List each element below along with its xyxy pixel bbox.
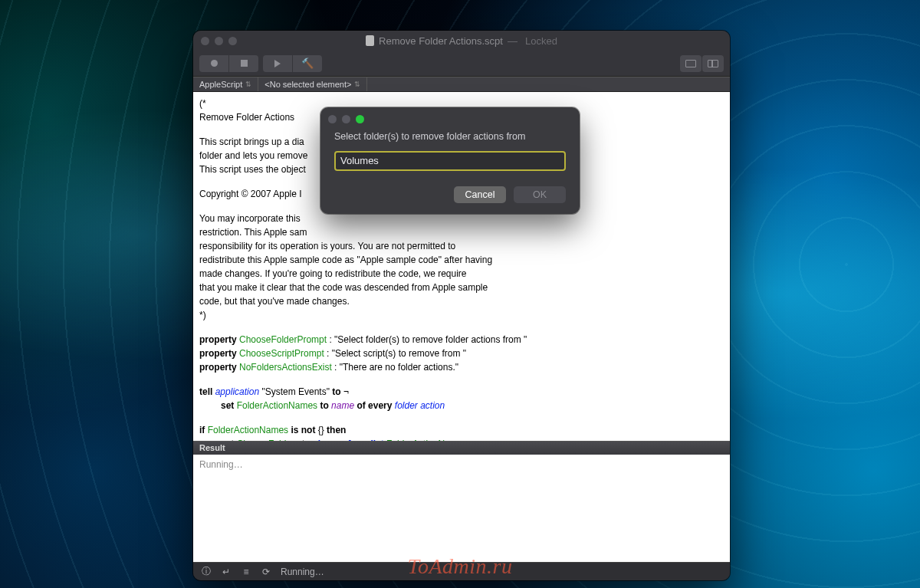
compile-button[interactable]: 🔨 [293, 55, 322, 72]
view-pane-button[interactable] [680, 55, 702, 72]
list-item[interactable]: Volumes [340, 155, 560, 166]
dialog-prompt: Select folder(s) to remove folder action… [334, 131, 566, 142]
window-title: Remove Folder Actions.scpt — Locked [193, 35, 730, 47]
dialog-list[interactable]: Volumes [334, 151, 566, 171]
code-line: property NoFoldersActionsExist : "There … [199, 360, 724, 374]
code-line: responsibility for its operation is your… [199, 239, 724, 253]
language-selector[interactable]: AppleScript ⇅ [193, 77, 258, 91]
chevron-updown-icon: ⇅ [354, 80, 360, 88]
code-line: that you make it clear that the code was… [199, 281, 724, 294]
code-line: restriction. This Apple sam [199, 225, 724, 239]
choose-from-list-dialog: Select folder(s) to remove folder action… [320, 107, 580, 214]
status-bar: ⓘ ↵ ≡ ⟳ Running… [193, 562, 730, 580]
cancel-button[interactable]: Cancel [454, 186, 506, 203]
log-icon[interactable]: ≡ [241, 567, 251, 577]
document-icon [366, 35, 374, 46]
close-icon[interactable] [328, 115, 337, 123]
code-line: property ChooseScriptPrompt : "Select sc… [199, 347, 724, 360]
zoom-icon[interactable] [228, 37, 237, 45]
record-button[interactable] [199, 55, 228, 72]
status-text: Running… [281, 567, 324, 577]
element-label: <No selected element> [264, 80, 351, 89]
ok-button[interactable]: OK [514, 186, 566, 203]
traffic-lights [201, 37, 237, 45]
code-line: tell application "System Events" to ¬ [199, 385, 724, 399]
titlebar[interactable]: Remove Folder Actions.scpt — Locked [193, 31, 730, 51]
code-line: *) [199, 308, 724, 322]
code-line: set FolderActionNames to name of every f… [199, 399, 724, 412]
result-area[interactable]: Running… [193, 455, 730, 562]
result-text: Running… [199, 459, 243, 470]
code-line: made changes. If you're going to redistr… [199, 267, 724, 281]
code-line: property ChooseFolderPrompt : "Select fo… [199, 333, 724, 347]
navigation-bar: AppleScript ⇅ <No selected element> ⇅ [193, 77, 730, 92]
zoom-icon[interactable] [356, 115, 364, 123]
result-icon[interactable]: ↵ [221, 567, 232, 577]
toolbar: 🔨 [193, 51, 730, 77]
description-icon[interactable]: ⓘ [201, 565, 212, 578]
code-line: code, but that you've made changes. [199, 294, 724, 308]
code-line: if FolderActionNames is not {} then [199, 423, 724, 437]
code-line: set ChosenFolders to choose from list Fo… [199, 437, 724, 441]
activity-icon: ⟳ [261, 567, 271, 577]
result-header: Result [193, 441, 730, 455]
language-label: AppleScript [199, 80, 242, 89]
element-selector[interactable]: <No selected element> ⇅ [258, 77, 367, 91]
locked-label: Locked [525, 35, 557, 47]
minimize-icon[interactable] [342, 115, 350, 123]
chevron-updown-icon: ⇅ [245, 80, 251, 88]
run-button[interactable] [263, 55, 292, 72]
stop-button[interactable] [229, 55, 258, 72]
view-split-button[interactable] [702, 55, 724, 72]
code-line: redistribute this Apple sample code as "… [199, 253, 724, 267]
window-title-text: Remove Folder Actions.scpt [379, 35, 503, 47]
minimize-icon[interactable] [215, 37, 223, 45]
close-icon[interactable] [201, 37, 209, 45]
